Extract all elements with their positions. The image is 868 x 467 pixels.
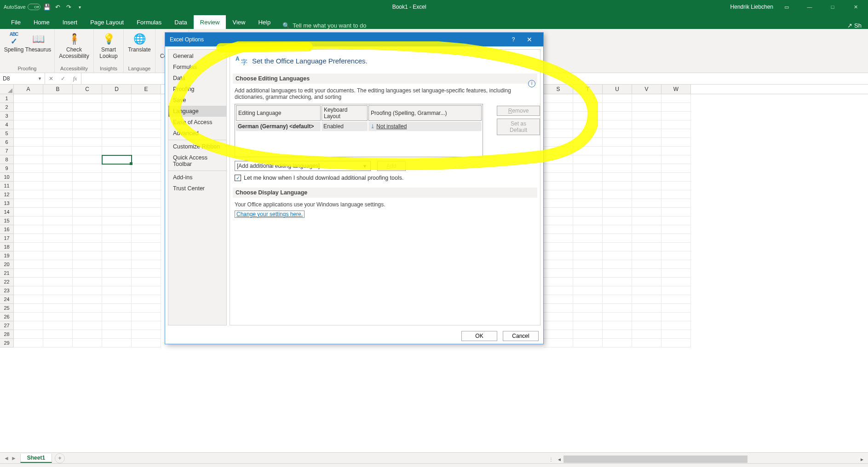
cell[interactable] (102, 304, 132, 313)
cell[interactable] (544, 321, 573, 330)
cell[interactable] (603, 129, 632, 138)
cell[interactable] (544, 286, 573, 295)
cell[interactable] (14, 286, 43, 295)
cell[interactable] (14, 103, 43, 112)
cell[interactable] (43, 225, 73, 234)
cell[interactable] (661, 339, 691, 347)
cell[interactable] (573, 225, 603, 234)
cell[interactable] (603, 330, 632, 339)
cell[interactable] (544, 199, 573, 208)
redo-icon[interactable]: ↷ (64, 2, 74, 11)
nav-customize-ribbon[interactable]: Customize Ribbon (168, 141, 226, 152)
cell[interactable] (43, 313, 73, 321)
remove-language-button[interactable]: Remove (497, 106, 540, 116)
tab-formulas[interactable]: Formulas (130, 15, 168, 29)
cell[interactable] (603, 94, 632, 103)
cell[interactable] (73, 112, 102, 120)
tab-page-layout[interactable]: Page Layout (84, 15, 130, 29)
cell[interactable] (43, 147, 73, 155)
cell[interactable] (102, 103, 132, 112)
cell[interactable] (661, 208, 691, 216)
cell[interactable] (544, 330, 573, 339)
download-tools-checkbox[interactable]: ✓ Let me know when I should download add… (235, 175, 535, 181)
tab-data[interactable]: Data (168, 15, 193, 29)
row-3[interactable]: 3 (0, 112, 14, 120)
cell[interactable] (661, 216, 691, 225)
cell[interactable] (661, 138, 691, 147)
translate-button[interactable]: 🌐 Translate (126, 30, 152, 53)
cell[interactable] (132, 147, 161, 155)
cell[interactable] (43, 103, 73, 112)
cell[interactable] (573, 339, 603, 347)
col-B[interactable]: B (43, 85, 73, 94)
cell[interactable] (573, 313, 603, 321)
cell[interactable] (14, 278, 43, 286)
cell[interactable] (573, 251, 603, 260)
row-5[interactable]: 5 (0, 129, 14, 138)
row-10[interactable]: 10 (0, 173, 14, 182)
cell[interactable] (632, 313, 661, 321)
cell[interactable] (73, 190, 102, 199)
cell[interactable] (102, 234, 132, 243)
cell[interactable] (632, 190, 661, 199)
cell[interactable] (132, 251, 161, 260)
nav-proofing[interactable]: Proofing (168, 84, 226, 95)
new-sheet-button[interactable]: ＋ (55, 453, 65, 463)
cell[interactable] (573, 304, 603, 313)
cell[interactable] (73, 313, 102, 321)
col-C[interactable]: C (73, 85, 102, 94)
cell[interactable] (632, 173, 661, 182)
row-25[interactable]: 25 (0, 304, 14, 313)
nav-data[interactable]: Data (168, 73, 226, 84)
cell[interactable] (132, 234, 161, 243)
cell[interactable] (632, 94, 661, 103)
cell[interactable] (661, 313, 691, 321)
cell[interactable] (661, 164, 691, 173)
col-V[interactable]: V (632, 85, 661, 94)
cell[interactable] (102, 138, 132, 147)
cell[interactable] (73, 208, 102, 216)
cell[interactable] (132, 304, 161, 313)
cell[interactable] (573, 234, 603, 243)
cell[interactable] (132, 295, 161, 304)
horizontal-scrollbar[interactable]: ⋮ ◄ ► (547, 455, 866, 463)
cell[interactable] (102, 313, 132, 321)
row-28[interactable]: 28 (0, 330, 14, 339)
ok-button[interactable]: OK (461, 331, 497, 341)
dialog-titlebar[interactable]: Excel Options ? ✕ (165, 33, 543, 46)
cell[interactable] (132, 286, 161, 295)
cell[interactable] (603, 251, 632, 260)
nav-formulas[interactable]: Formulas (168, 62, 226, 73)
dialog-close-icon[interactable]: ✕ (520, 33, 539, 46)
cell[interactable] (14, 234, 43, 243)
cell[interactable] (43, 164, 73, 173)
cell[interactable] (102, 278, 132, 286)
user-name[interactable]: Hendrik Liebchen (730, 4, 773, 10)
cell[interactable] (544, 208, 573, 216)
col-U[interactable]: U (603, 85, 632, 94)
cell[interactable] (661, 269, 691, 278)
cell[interactable] (43, 182, 73, 190)
col-proofing[interactable]: Proofing (Spelling, Grammar...) (368, 105, 482, 121)
cell[interactable] (43, 278, 73, 286)
cell[interactable] (661, 286, 691, 295)
autosave-toggle[interactable]: AutoSave Off (4, 4, 40, 10)
cell[interactable] (603, 199, 632, 208)
cell[interactable] (73, 251, 102, 260)
cell[interactable] (632, 269, 661, 278)
cell[interactable] (661, 173, 691, 182)
cell[interactable] (573, 278, 603, 286)
cell[interactable] (573, 129, 603, 138)
cell[interactable] (661, 155, 691, 164)
col-T[interactable]: T (573, 85, 603, 94)
row-13[interactable]: 13 (0, 199, 14, 208)
cell[interactable] (573, 199, 603, 208)
cell[interactable] (102, 129, 132, 138)
cell[interactable] (573, 269, 603, 278)
cell[interactable] (661, 112, 691, 120)
undo-icon[interactable]: ↶ (53, 2, 63, 11)
cell[interactable] (73, 269, 102, 278)
cell[interactable] (102, 112, 132, 120)
cell[interactable] (132, 199, 161, 208)
row-21[interactable]: 21 (0, 269, 14, 278)
